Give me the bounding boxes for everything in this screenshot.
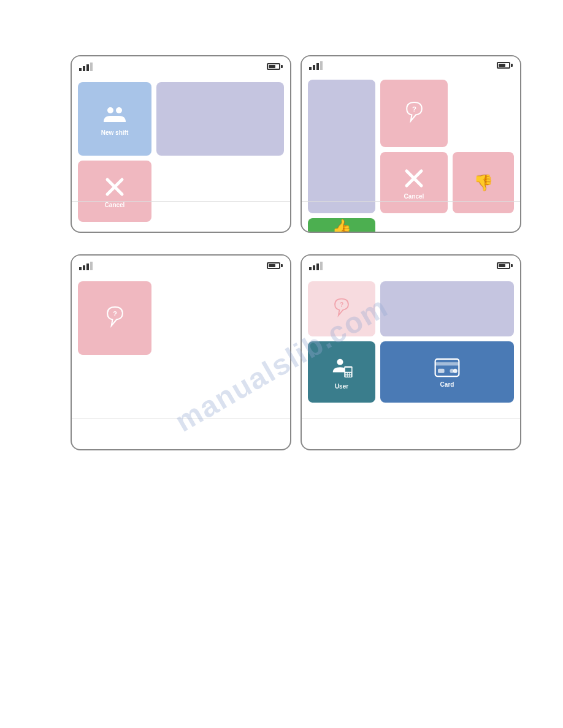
- svg-point-15: [345, 375, 347, 377]
- user-phone-icon: [329, 355, 354, 381]
- battery-icon-4: [497, 262, 513, 269]
- svg-point-12: [345, 373, 347, 374]
- empty-tile-s2: [453, 80, 514, 147]
- status-bar-1: [72, 56, 290, 76]
- status-bar-2: [302, 56, 520, 74]
- status-bar-4: [302, 256, 520, 275]
- purple-tile-1: [156, 82, 284, 156]
- question-tile-s2[interactable]: ?: [380, 80, 448, 147]
- user-tile[interactable]: User: [308, 341, 375, 403]
- card-label: Card: [440, 381, 454, 388]
- signal-icon-2: [309, 60, 323, 70]
- question-bubble-icon-s2: ?: [400, 100, 428, 127]
- svg-rect-11: [345, 368, 351, 372]
- battery-icon-3: [267, 262, 283, 269]
- cancel-label-s2: Cancel: [404, 193, 424, 200]
- question-bubble-icon-3: ?: [329, 297, 354, 321]
- thumbs-down-symbol: 👎: [473, 173, 493, 192]
- battery-icon-1: [267, 63, 283, 70]
- svg-point-22: [453, 368, 458, 373]
- footer-bar-1: [72, 201, 290, 232]
- signal-icon-1: [79, 61, 93, 71]
- svg-text:?: ?: [113, 309, 117, 317]
- svg-point-13: [348, 373, 350, 374]
- screen-top-right: ? Cancel👎👍: [301, 55, 521, 233]
- screen-bottom-left: ?: [71, 254, 291, 450]
- x-icon-s2: [402, 166, 426, 191]
- svg-rect-19: [435, 362, 459, 365]
- svg-point-14: [350, 373, 351, 374]
- svg-point-0: [107, 107, 113, 113]
- question-tile-2[interactable]: ?: [78, 281, 151, 355]
- x-icon-1: [102, 175, 127, 199]
- svg-point-17: [350, 375, 351, 377]
- screen-bottom-right: ?: [301, 254, 521, 450]
- svg-point-16: [348, 375, 350, 377]
- question-bubble-icon-2: ?: [101, 305, 129, 332]
- footer-bar-4: [302, 419, 520, 449]
- svg-point-1: [116, 107, 122, 113]
- svg-rect-18: [435, 358, 459, 376]
- svg-point-9: [337, 358, 343, 365]
- screen-top-left: New shift Cancel: [71, 55, 291, 233]
- card-icon: [434, 357, 461, 379]
- new-shift-tile[interactable]: New shift: [78, 82, 151, 156]
- purple-tile-s2: [308, 80, 375, 213]
- new-shift-label: New shift: [101, 129, 128, 136]
- purple-tile-3: [380, 281, 514, 336]
- signal-icon-4: [309, 260, 323, 270]
- svg-text:?: ?: [412, 105, 416, 112]
- card-tile[interactable]: Card: [380, 341, 514, 403]
- question-tile-3[interactable]: ?: [308, 281, 375, 336]
- users-icon: [102, 102, 127, 127]
- battery-icon-2: [497, 62, 513, 69]
- status-bar-3: [72, 256, 290, 275]
- user-label: User: [335, 383, 348, 390]
- empty-tile-3: [156, 281, 284, 355]
- signal-icon-3: [79, 260, 93, 270]
- footer-bar-3: [72, 419, 290, 449]
- footer-bar-2: [302, 201, 520, 232]
- svg-text:?: ?: [340, 301, 343, 308]
- svg-rect-20: [438, 368, 445, 373]
